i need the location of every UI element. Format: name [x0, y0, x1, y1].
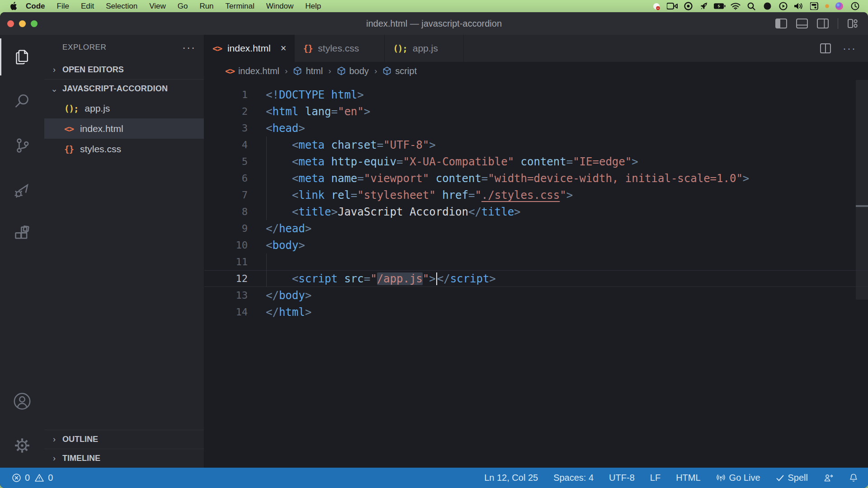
activitybar-search[interactable]: [0, 79, 44, 123]
cursor-position[interactable]: Ln 12, Col 25: [484, 473, 538, 483]
line-number: 8: [204, 206, 248, 217]
menu-item-edit[interactable]: Edit: [75, 2, 100, 11]
volume-icon[interactable]: [793, 2, 805, 11]
file-item-indexhtml[interactable]: <> index.html: [44, 118, 204, 139]
screen-recording-stop-icon[interactable]: [651, 2, 662, 11]
clock-icon[interactable]: [849, 2, 861, 11]
folder-section[interactable]: ⌄ JAVASCRIPT-ACCORDION: [44, 79, 204, 98]
record-target-icon[interactable]: [682, 2, 694, 11]
menu-item-go[interactable]: Go: [172, 2, 194, 11]
breadcrumb-separator: ›: [327, 66, 332, 76]
menu-item-run[interactable]: Run: [193, 2, 219, 11]
menu-item-view[interactable]: View: [143, 2, 172, 11]
line-number: 5: [204, 156, 248, 167]
outline-section[interactable]: › OUTLINE: [44, 430, 204, 449]
toggle-primary-sidebar-icon[interactable]: [775, 19, 787, 28]
rocket-icon[interactable]: [698, 2, 710, 11]
go-live-button[interactable]: Go Live: [716, 473, 760, 483]
open-editors-section[interactable]: › OPEN EDITORS: [44, 60, 204, 79]
code-line-9[interactable]: 9</head>: [204, 220, 868, 237]
code-line-4[interactable]: 4 <meta charset="UTF-8">: [204, 136, 868, 153]
breadcrumb-body[interactable]: body: [337, 66, 369, 76]
chevron-down-icon: ⌄: [51, 84, 58, 94]
breadcrumb-html[interactable]: html: [293, 66, 323, 76]
folder-name-label: JAVASCRIPT-ACCORDION: [62, 84, 168, 94]
code-line-11[interactable]: 11: [204, 253, 868, 270]
file-name: app.js: [85, 103, 110, 114]
menu-item-file[interactable]: File: [51, 2, 75, 11]
activitybar-account[interactable]: [0, 379, 44, 423]
customize-layout-icon[interactable]: [847, 18, 858, 29]
code-line-14[interactable]: 14</html>: [204, 304, 868, 320]
code-line-8[interactable]: 8 <title>JavaScript Accordion</title>: [204, 203, 868, 220]
minimize-window-button[interactable]: [19, 20, 26, 27]
breadcrumb-script[interactable]: script: [382, 66, 417, 76]
menu-item-help[interactable]: Help: [299, 2, 327, 11]
apple-menu-icon[interactable]: [10, 2, 17, 10]
line-number: 4: [204, 139, 248, 150]
menu-item-window[interactable]: Window: [260, 2, 299, 11]
status-bar: 0 0 Ln 12, Col 25 Spaces: 4 UTF-8 LF HTM…: [0, 468, 868, 488]
spotlight-search-icon[interactable]: [745, 2, 757, 11]
activitybar-extensions[interactable]: [0, 212, 44, 256]
menu-item-terminal[interactable]: Terminal: [220, 2, 260, 11]
tab-indexhtml[interactable]: <> index.html ×: [204, 35, 295, 62]
line-content: <body>: [266, 237, 305, 253]
title-bar[interactable]: index.html — javascript-accordion: [0, 12, 868, 35]
timeline-section[interactable]: › TIMELINE: [44, 449, 204, 468]
code-line-12[interactable]: 12 <script src="/app.js"></script>: [204, 270, 868, 287]
toggle-panel-icon[interactable]: [796, 19, 808, 28]
screen-mirroring-icon[interactable]: [777, 2, 789, 11]
spell-label: Spell: [788, 473, 808, 483]
tab-stylescss[interactable]: {} styles.css: [295, 35, 385, 62]
code-line-1[interactable]: 1<!DOCTYPE html>: [204, 86, 868, 103]
code-line-5[interactable]: 5 <meta http-equiv="X-UA-Compatible" con…: [204, 153, 868, 170]
activitybar-run-debug[interactable]: [0, 168, 44, 212]
toggle-secondary-sidebar-icon[interactable]: [817, 19, 829, 28]
breadcrumb-file[interactable]: <> index.html: [225, 66, 279, 76]
editor-more-actions-icon[interactable]: ···: [843, 42, 856, 55]
language-mode[interactable]: HTML: [676, 473, 700, 483]
notifications-button[interactable]: [849, 473, 858, 483]
activitybar-settings[interactable]: [0, 423, 44, 468]
code-line-3[interactable]: 3<head>: [204, 120, 868, 136]
code-line-7[interactable]: 7 <link rel="stylesheet" href="./styles.…: [204, 187, 868, 203]
file-item-appjs[interactable]: (); app.js: [44, 98, 204, 118]
code-line-6[interactable]: 6 <meta name="viewport" content="width=d…: [204, 170, 868, 187]
menu-item-code[interactable]: Code: [20, 2, 51, 11]
breadcrumb-label: index.html: [238, 66, 279, 76]
focus-mode-icon[interactable]: [761, 2, 773, 11]
encoding-setting[interactable]: UTF-8: [609, 473, 635, 483]
video-camera-icon[interactable]: [666, 2, 678, 11]
spell-checker[interactable]: Spell: [776, 473, 808, 483]
tab-appjs[interactable]: (); app.js: [385, 35, 463, 62]
split-editor-icon[interactable]: [820, 43, 831, 53]
problems-warnings[interactable]: 0: [34, 473, 53, 483]
outline-label: OUTLINE: [62, 435, 98, 444]
code-line-10[interactable]: 10<body>: [204, 237, 868, 253]
symbol-cube-icon: [293, 66, 302, 75]
close-tab-icon[interactable]: ×: [281, 42, 287, 54]
control-center-icon[interactable]: [809, 2, 821, 11]
indentation-setting[interactable]: Spaces: 4: [553, 473, 594, 483]
explorer-more-actions-icon[interactable]: ···: [182, 41, 196, 54]
siri-icon[interactable]: [833, 2, 845, 11]
activitybar-explorer[interactable]: [0, 35, 44, 79]
menu-item-selection[interactable]: Selection: [100, 2, 143, 11]
activity-bar: [0, 35, 44, 468]
battery-icon[interactable]: [714, 2, 726, 11]
zoom-window-button[interactable]: [31, 20, 38, 27]
file-item-stylescss[interactable]: {} styles.css: [44, 139, 204, 159]
html-file-icon: <>: [225, 66, 235, 76]
activitybar-source-control[interactable]: [0, 123, 44, 168]
code-editor[interactable]: 1<!DOCTYPE html>2<html lang="en">3<head>…: [204, 80, 868, 468]
code-line-13[interactable]: 13</body>: [204, 287, 868, 304]
feedback-button[interactable]: [823, 473, 834, 483]
line-number: 7: [204, 189, 248, 201]
wifi-icon[interactable]: [730, 2, 741, 11]
close-window-button[interactable]: [7, 20, 14, 27]
code-line-2[interactable]: 2<html lang="en">: [204, 103, 868, 120]
eol-setting[interactable]: LF: [650, 473, 660, 483]
problems-errors[interactable]: 0: [12, 473, 30, 483]
chevron-right-icon: ›: [51, 65, 58, 75]
